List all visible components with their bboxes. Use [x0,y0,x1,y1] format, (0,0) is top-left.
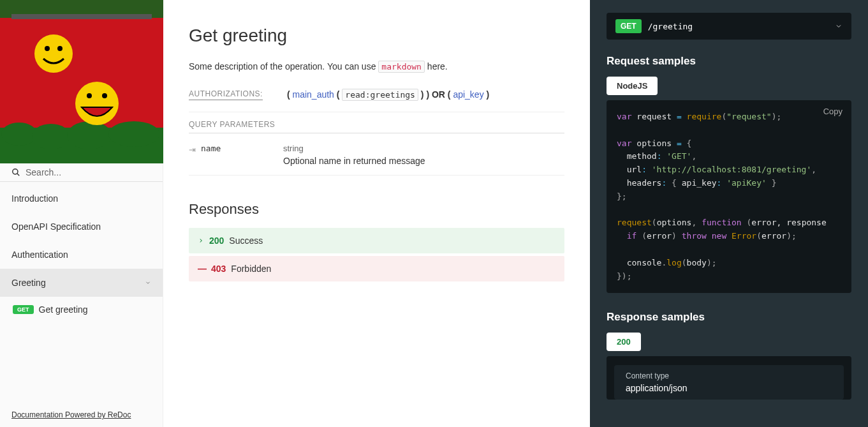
param-row-name: ⇥ name string Optional name in returned … [189,140,564,176]
svg-rect-7 [11,14,152,19]
authorizations-label: AUTHORIZATIONS: [189,89,263,100]
content-type-label: Content type [626,371,832,380]
nav-sub-get-greeting[interactable]: GET Get greeting [0,297,163,322]
main-content: Get greeting Some description of the ope… [163,0,590,427]
copy-button[interactable]: Copy [823,107,842,116]
authorizations-row: AUTHORIZATIONS: ( main_auth ( read:greet… [189,89,564,112]
query-parameters-label: QUERY PARAMETERS [189,120,564,133]
nav-item-authentication[interactable]: Authentication [0,241,163,269]
auth-apikey-link[interactable]: api_key [453,89,483,100]
dash-icon: — [198,264,206,274]
param-name-cell: ⇥ name [189,144,270,166]
svg-point-6 [108,121,159,147]
chevron-down-icon [835,22,842,30]
search-input[interactable] [26,167,151,177]
samples-panel: GET /greeting Request samples NodeJS Cop… [590,0,868,427]
svg-point-11 [75,82,119,125]
auth-or: OR [432,89,445,100]
svg-point-8 [34,34,73,73]
auth-scope: read:greetings [342,89,418,101]
request-samples-heading: Request samples [607,55,851,68]
response-403-row[interactable]: — 403 Forbidden [189,256,564,281]
param-type: string [283,144,425,153]
chevron-down-icon [145,280,151,286]
content-type-value: application/json [626,383,832,393]
auth-main-link[interactable]: main_auth [293,89,334,100]
param-description: Optional name in returned message [283,156,425,166]
nav-sub-label: Get greeting [39,304,88,315]
svg-line-15 [17,174,20,176]
paren: ( [337,89,340,100]
param-arrow-icon: ⇥ [189,145,196,154]
response-body-box: Content type application/json [607,356,851,400]
code-content: var request = require("request"); var op… [617,110,841,283]
paren: ) [487,89,490,100]
search-container [0,163,163,182]
http-method-badge: GET [13,305,34,314]
request-code-block: Copy var request = require("request"); v… [607,100,851,293]
tab-response-200[interactable]: 200 [607,333,641,351]
nav-label: Authentication [11,250,68,260]
paren: ( [287,89,290,100]
desc-text: here. [425,61,448,71]
search-icon [11,168,20,177]
operation-description: Some description of the operation. You c… [189,61,564,71]
svg-point-12 [87,93,92,98]
chevron-right-icon [198,237,204,244]
nav-label: OpenAPI Specification [11,221,101,232]
svg-point-10 [57,46,63,51]
endpoint-selector[interactable]: GET /greeting [607,13,851,40]
response-text: Forbidden [231,264,271,274]
response-200-row[interactable]: 200 Success [189,228,564,253]
nav-item-introduction[interactable]: Introduction [0,184,163,213]
svg-point-13 [102,93,107,98]
content-type-box: Content type application/json [614,365,844,400]
svg-point-9 [45,46,50,51]
page-title: Get greeting [189,26,564,46]
paren: ) ) [421,89,429,100]
svg-point-14 [13,169,18,174]
response-text: Success [229,236,263,246]
response-code: 403 [211,264,226,274]
response-code: 200 [209,236,224,246]
markdown-code: markdown [378,61,425,73]
nav-menu: Introduction OpenAPI Specification Authe… [0,182,163,403]
sidebar: Introduction OpenAPI Specification Authe… [0,0,163,427]
response-samples-heading: Response samples [607,311,851,324]
svg-point-5 [67,121,112,149]
nav-label: Greeting [11,278,46,288]
param-name: name [201,144,221,153]
tab-nodejs[interactable]: NodeJS [607,77,658,95]
endpoint-path: /greeting [648,22,828,31]
responses-heading: Responses [189,201,564,218]
nav-item-openapi[interactable]: OpenAPI Specification [0,213,163,241]
logo-image [0,0,163,163]
param-details: string Optional name in returned message [283,144,425,166]
footer-redoc-link[interactable]: Documentation Powered by ReDoc [0,403,163,427]
nav-item-greeting[interactable]: Greeting [0,269,163,297]
nav-label: Introduction [11,193,58,204]
paren: ( [448,89,451,100]
svg-point-4 [32,124,70,149]
authorizations-value: ( main_auth ( read:greetings ) ) OR ( ap… [287,89,489,100]
svg-point-3 [1,123,37,146]
desc-text: Some description of the operation. You c… [189,61,378,71]
http-method-badge: GET [615,19,642,33]
